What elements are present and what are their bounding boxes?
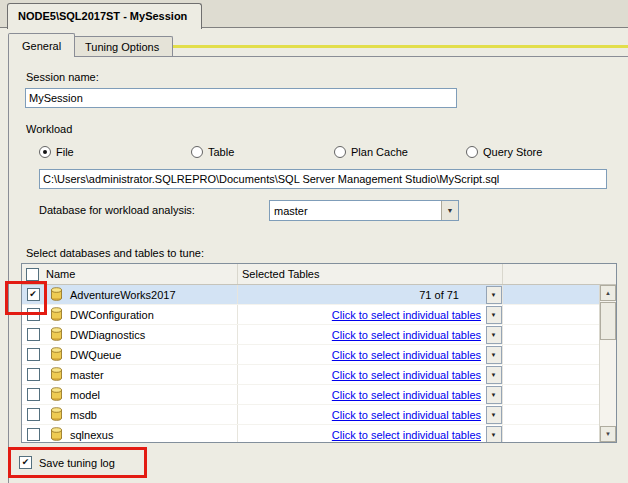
save-tuning-log-label: Save tuning log: [39, 457, 115, 469]
table-row[interactable]: ✔ AdventureWorks2017 71 of 71 ▼: [22, 285, 599, 305]
row-dropdown-button[interactable]: ▼: [486, 346, 502, 364]
database-icon: [50, 427, 63, 443]
database-name: msdb: [68, 405, 238, 424]
row-checkbox[interactable]: [27, 368, 40, 381]
selected-tables-cell: Click to select individual tables: [238, 325, 485, 344]
select-tables-link[interactable]: Click to select individual tables: [332, 409, 481, 421]
database-for-analysis-value: master: [270, 205, 441, 217]
select-tables-link[interactable]: Click to select individual tables: [332, 329, 481, 341]
save-tuning-log-row: ✔ Save tuning log: [19, 456, 115, 469]
database-for-analysis-combobox[interactable]: master ▼: [269, 200, 459, 221]
database-icon: [50, 367, 63, 383]
database-name: DWConfiguration: [68, 305, 238, 324]
database-icon: [50, 287, 63, 303]
database-for-analysis-label: Database for workload analysis:: [39, 204, 195, 216]
grid-scrollbar[interactable]: ▲ ▼: [599, 285, 616, 442]
table-row[interactable]: sqlnexus Click to select individual tabl…: [22, 425, 599, 443]
database-name: master: [68, 365, 238, 384]
tab-general[interactable]: General: [8, 33, 75, 57]
selected-tables-cell: Click to select individual tables: [238, 365, 485, 384]
table-row[interactable]: msdb Click to select individual tables ▼: [22, 405, 599, 425]
session-name-label: Session name:: [26, 71, 99, 83]
database-icon: [50, 307, 63, 323]
workload-label: Workload: [26, 123, 72, 135]
table-row[interactable]: DWDiagnostics Click to select individual…: [22, 325, 599, 345]
row-dropdown-button[interactable]: ▼: [486, 286, 502, 304]
select-all-checkbox[interactable]: [26, 268, 39, 281]
document-tab-title: NODE5\SQL2017ST - MySession: [18, 10, 187, 22]
column-header-filler: [503, 264, 616, 284]
scrollbar-thumb[interactable]: [600, 302, 616, 340]
radio-table[interactable]: Table: [191, 145, 234, 159]
session-name-input[interactable]: [25, 88, 457, 108]
save-tuning-log-checkbox[interactable]: ✔: [19, 456, 32, 469]
database-name: model: [68, 385, 238, 404]
table-row[interactable]: model Click to select individual tables …: [22, 385, 599, 405]
database-name: DWDiagnostics: [68, 325, 238, 344]
row-checkbox[interactable]: ✔: [27, 288, 40, 301]
radio-query-store[interactable]: Query Store: [466, 145, 542, 159]
table-row[interactable]: DWConfiguration Click to select individu…: [22, 305, 599, 325]
databases-grid: Name Selected Tables ✔ AdventureWorks201…: [21, 263, 617, 443]
radio-file[interactable]: File: [39, 145, 74, 159]
selected-tables-cell: 71 of 71: [238, 285, 485, 304]
database-icon: [50, 327, 63, 343]
document-tab[interactable]: NODE5\SQL2017ST - MySession: [7, 3, 202, 29]
select-tables-link[interactable]: Click to select individual tables: [332, 389, 481, 401]
select-tables-link[interactable]: Click to select individual tables: [332, 309, 481, 321]
row-checkbox[interactable]: [27, 388, 40, 401]
select-databases-label: Select databases and tables to tune:: [26, 247, 204, 259]
row-dropdown-button[interactable]: ▼: [486, 366, 502, 384]
selected-tables-cell: Click to select individual tables: [238, 305, 485, 324]
column-header-selected-tables[interactable]: Selected Tables: [238, 264, 503, 284]
row-checkbox[interactable]: [27, 328, 40, 341]
database-name: DWQueue: [68, 345, 238, 364]
table-row[interactable]: DWQueue Click to select individual table…: [22, 345, 599, 365]
select-tables-link[interactable]: Click to select individual tables: [332, 369, 481, 381]
selected-tables-cell: Click to select individual tables: [238, 345, 485, 364]
row-dropdown-button[interactable]: ▼: [486, 426, 502, 444]
session-tabstrip: General Tuning Options: [8, 34, 620, 57]
database-icon: [50, 407, 63, 423]
select-tables-link[interactable]: Click to select individual tables: [332, 349, 481, 361]
row-dropdown-button[interactable]: ▼: [486, 326, 502, 344]
grid-header: Name Selected Tables: [22, 264, 616, 285]
row-dropdown-button[interactable]: ▼: [486, 306, 502, 324]
tab-tuning-options[interactable]: Tuning Options: [71, 36, 173, 56]
row-checkbox[interactable]: [27, 408, 40, 421]
selected-tables-cell: Click to select individual tables: [238, 405, 485, 424]
row-dropdown-button[interactable]: ▼: [486, 386, 502, 404]
table-row[interactable]: master Click to select individual tables…: [22, 365, 599, 385]
radio-plan-cache-icon: [334, 146, 346, 158]
workload-file-path-input[interactable]: [39, 169, 607, 189]
radio-plan-cache[interactable]: Plan Cache: [334, 145, 408, 159]
select-tables-link[interactable]: Click to select individual tables: [332, 429, 481, 441]
general-tab-page: Session name: Workload File Table Plan C…: [8, 56, 628, 483]
column-header-name[interactable]: Name: [22, 264, 238, 284]
scroll-up-icon[interactable]: ▲: [600, 285, 616, 301]
document-tab-bar: NODE5\SQL2017ST - MySession: [0, 0, 628, 28]
grid-body: ✔ AdventureWorks2017 71 of 71 ▼: [22, 285, 599, 442]
row-checkbox[interactable]: [27, 348, 40, 361]
dropdown-arrow-icon[interactable]: ▼: [441, 201, 458, 220]
database-name: AdventureWorks2017: [68, 285, 238, 304]
row-checkbox[interactable]: [27, 308, 40, 321]
selected-tables-cell: Click to select individual tables: [238, 425, 485, 443]
scroll-down-icon[interactable]: ▼: [600, 426, 616, 442]
database-icon: [50, 387, 63, 403]
radio-file-icon: [39, 146, 51, 158]
selected-tables-cell: Click to select individual tables: [238, 385, 485, 404]
radio-query-store-icon: [466, 146, 478, 158]
row-checkbox[interactable]: [27, 428, 40, 441]
database-icon: [50, 347, 63, 363]
database-name: sqlnexus: [68, 425, 238, 443]
radio-table-icon: [191, 146, 203, 158]
row-dropdown-button[interactable]: ▼: [486, 406, 502, 424]
